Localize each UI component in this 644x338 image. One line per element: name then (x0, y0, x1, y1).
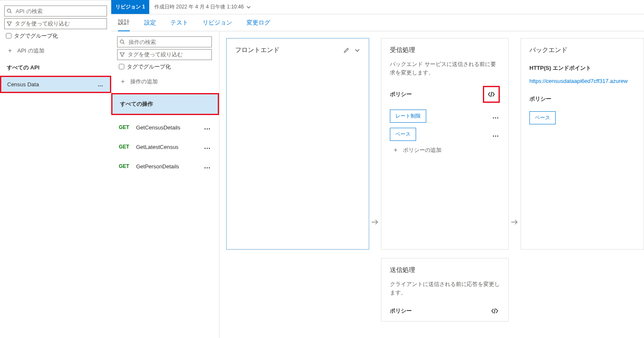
group-by-tag-label: タグでグループ化 (14, 32, 58, 40)
tab-settings[interactable]: 設定 (144, 14, 156, 31)
outbound-title: 送信処理 (390, 266, 500, 274)
outbound-policy-label: ポリシー (390, 307, 412, 315)
operation-more-icon[interactable]: … (204, 124, 211, 131)
add-policy-label: ポリシーの追加 (403, 146, 441, 154)
policy-more-icon[interactable]: … (492, 131, 500, 138)
outbound-code-editor-button[interactable] (490, 306, 500, 316)
search-icon (6, 8, 12, 14)
operation-method: GET (119, 124, 129, 130)
op-group-by-tag-label: タグでグループ化 (127, 63, 171, 71)
inbound-policy-label: ポリシー (390, 91, 412, 98)
operation-method: GET (119, 144, 129, 150)
api-filter-input[interactable]: タグを使って絞り込む (4, 18, 107, 29)
operation-name: GetPersonDetails (136, 163, 179, 170)
chevron-down-icon[interactable] (246, 5, 251, 10)
operation-method: GET (119, 163, 129, 169)
operation-filter-input[interactable]: タグを使って絞り込む (117, 49, 212, 60)
revision-badge[interactable]: リビジョン 1 (111, 0, 149, 14)
backend-policy-label: ポリシー (529, 95, 635, 103)
outbound-desc: クライアントに送信される前に応答を変更します。 (390, 280, 500, 297)
api-item-label: Census Data (7, 81, 39, 88)
policy-base[interactable]: ベース (390, 128, 416, 141)
backend-endpoint-label: HTTP(S) エンドポイント (529, 64, 635, 72)
chevron-down-icon[interactable] (354, 47, 360, 53)
operation-row[interactable]: GET GetLatestCensus … (117, 137, 213, 157)
operation-search-input-wrapper[interactable] (117, 36, 212, 47)
operation-row[interactable]: GET GetCensusDetails … (117, 118, 213, 137)
add-operation-label: 操作の追加 (130, 78, 158, 85)
all-apis-header[interactable]: すべての API (4, 62, 107, 76)
operation-name: GetLatestCensus (136, 144, 178, 150)
operation-filter-placeholder: タグを使って絞り込む (128, 51, 210, 58)
operation-search-input[interactable] (128, 38, 210, 46)
edit-icon[interactable] (343, 47, 349, 53)
svg-marker-5 (120, 53, 124, 57)
group-by-tag-checkbox[interactable] (6, 33, 11, 38)
frontend-title: フロントエンド (235, 46, 280, 54)
inbound-desc: バックエンド サービスに送信される前に要求を変更します。 (390, 60, 500, 77)
api-search-input-wrapper[interactable] (4, 5, 107, 16)
api-item-census-data[interactable]: Census Data … (0, 76, 111, 93)
search-icon (119, 39, 125, 45)
plus-icon: ＋ (120, 77, 126, 85)
backend-panel: バックエンド HTTP(S) エンドポイント https://censusdat… (521, 38, 644, 250)
backend-policy-base[interactable]: ベース (529, 111, 556, 124)
frontend-panel: フロントエンド (226, 38, 369, 250)
inbound-panel: 受信処理 バックエンド サービスに送信される前に要求を変更します。 ポリシー レ… (381, 38, 509, 250)
add-operation-button[interactable]: ＋ 操作の追加 (117, 77, 213, 85)
inbound-title: 受信処理 (390, 46, 500, 54)
tab-test[interactable]: テスト (170, 14, 188, 31)
revision-created-text: 作成日時 2022 年 4 月 4 日午後 1:10:46 (154, 3, 244, 11)
add-policy-button[interactable]: ＋ ポリシーの追加 (390, 146, 500, 154)
operation-more-icon[interactable]: … (204, 143, 211, 151)
tab-design[interactable]: 設計 (118, 14, 130, 31)
tab-changelog[interactable]: 変更ログ (247, 14, 270, 31)
add-api-label: API の追加 (17, 47, 44, 55)
policy-more-icon[interactable]: … (492, 113, 500, 120)
all-operations-item[interactable]: すべての操作 (111, 93, 219, 115)
svg-line-7 (491, 92, 492, 97)
svg-point-3 (120, 40, 123, 43)
backend-title: バックエンド (529, 46, 635, 54)
svg-line-8 (494, 308, 495, 313)
operation-row[interactable]: GET GetPersonDetails … (117, 157, 213, 176)
op-group-by-tag-checkbox[interactable] (119, 64, 124, 69)
op-group-by-tag-row[interactable]: タグでグループ化 (117, 63, 213, 71)
operation-more-icon[interactable]: … (204, 162, 211, 170)
flow-arrow (509, 38, 521, 338)
policy-code-editor-button[interactable] (483, 86, 500, 103)
svg-marker-2 (7, 22, 11, 26)
group-by-tag-checkbox-row[interactable]: タグでグループ化 (4, 32, 107, 40)
backend-endpoint-url[interactable]: https://censusdataapi6ed7cff317.azurew (529, 78, 635, 84)
api-filter-placeholder: タグを使って絞り込む (15, 20, 105, 27)
add-api-button[interactable]: ＋ API の追加 (4, 47, 107, 55)
filter-icon (6, 21, 12, 27)
policy-rate-limit[interactable]: レート制限 (390, 110, 426, 123)
outbound-panel: 送信処理 クライアントに送信される前に応答を変更します。 ポリシー (381, 258, 509, 322)
operation-name: GetCensusDetails (136, 124, 181, 131)
svg-line-1 (10, 12, 11, 13)
plus-icon: ＋ (392, 146, 399, 154)
plus-icon: ＋ (7, 47, 13, 55)
svg-line-4 (123, 43, 124, 44)
tab-revisions[interactable]: リビジョン (203, 14, 232, 31)
filter-icon (119, 52, 125, 58)
api-item-more-icon[interactable]: … (98, 81, 104, 88)
flow-arrow (369, 38, 381, 338)
api-search-input[interactable] (15, 8, 105, 15)
svg-point-0 (7, 9, 11, 12)
